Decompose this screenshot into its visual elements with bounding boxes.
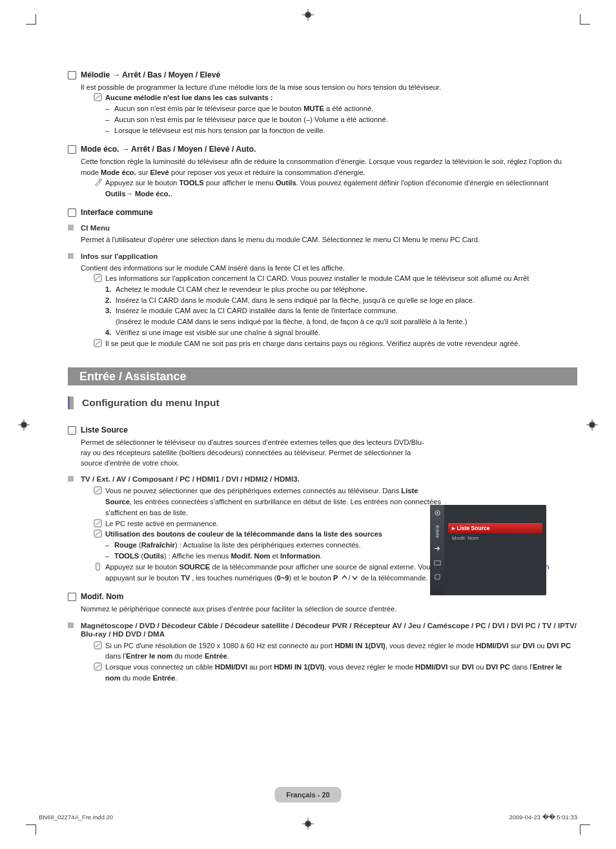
- svg-rect-11: [21, 422, 26, 427]
- subheading-ci-menu: CI Menu: [68, 223, 577, 232]
- body-text: Nommez le périphérique connecté aux pris…: [81, 604, 577, 614]
- note-row: Les informations sur l'application conce…: [94, 273, 577, 284]
- body-text: Permet à l'utilisateur d'opérer une séle…: [81, 234, 577, 245]
- page-number: Français - 20: [274, 787, 341, 803]
- body-text: Il est possible de programmer la lecture…: [81, 82, 577, 92]
- input-icon: [433, 544, 441, 552]
- registration-mark-icon: [18, 419, 30, 431]
- note-row: Vous ne pouvez sélectionner que des péri…: [94, 486, 446, 518]
- heading-interface-commune: Interface commune: [68, 208, 577, 217]
- body-text: Contient des informations sur le module …: [81, 263, 577, 273]
- support-icon: [433, 573, 441, 580]
- note-icon: [94, 338, 103, 347]
- osd-preview: Entrée ▸ Liste Source Modif. Nom: [430, 505, 546, 595]
- svg-point-24: [98, 564, 98, 565]
- subheading-source-list: TV / Ext. / AV / Composant / PC / HDMI1 …: [68, 475, 577, 483]
- note-row: Si un PC d'une résolution de 1920 x 1080…: [94, 640, 577, 662]
- list-item: Lorsque le téléviseur est mis hors tensi…: [105, 125, 577, 136]
- osd-item: Modif. Nom: [448, 533, 542, 543]
- crop-mark: [26, 14, 36, 25]
- subheading-modif-list: Magnétoscope / DVD / Décodeur Câble / Dé…: [68, 621, 577, 638]
- list-item: 3.Insérez le module CAM avec la CI CARD …: [105, 305, 577, 316]
- crop-mark: [26, 824, 36, 835]
- note-title: Aucune mélodie n'est lue dans les cas su…: [105, 94, 272, 101]
- section-band-entree-assistance: Entrée / Assistance: [68, 367, 577, 385]
- crop-mark: [580, 824, 590, 835]
- heading-liste-source: Liste Source: [68, 425, 577, 435]
- osd-side-label: Entrée: [435, 526, 440, 538]
- heading-melody: Mélodie → Arrêt / Bas / Moyen / Elevé: [68, 70, 577, 79]
- body-text: Cette fonction règle la luminosité du té…: [81, 156, 577, 177]
- note-icon: [94, 662, 103, 671]
- heading-eco: Mode éco. → Arrêt / Bas / Moyen / Elevé …: [68, 145, 577, 154]
- note-row: Utilisation des boutons de couleur de la…: [94, 529, 446, 540]
- folder-icon: [433, 558, 441, 566]
- svg-rect-29: [434, 560, 440, 564]
- note-icon: [94, 640, 103, 650]
- body-text: Permet de sélectionner le téléviseur ou …: [81, 437, 433, 469]
- remote-icon: [94, 562, 103, 571]
- svg-rect-15: [590, 422, 594, 427]
- indd-timestamp: 2009-04-23 �� 5:01:33: [509, 813, 577, 821]
- list-item: 4.Vérifiez si une image est visible sur …: [105, 327, 577, 338]
- svg-point-17: [99, 179, 101, 181]
- indd-filename: BN68_02274A_Fre.indd 20: [39, 813, 113, 821]
- note-icon: [94, 486, 103, 495]
- gear-icon: [433, 509, 441, 517]
- note-row: Le PC reste activé en permanence.: [94, 518, 446, 529]
- list-item: Aucun son n'est émis par le téléviseur p…: [105, 114, 577, 125]
- svg-rect-23: [96, 563, 100, 570]
- registration-mark-icon: [302, 9, 314, 21]
- list-item: 1.Achetez le module CI CAM chez le reven…: [105, 284, 577, 295]
- note-row: Appuyez sur le bouton TOOLS pour affiche…: [94, 178, 577, 199]
- svg-point-28: [436, 512, 438, 513]
- svg-rect-7: [305, 821, 310, 826]
- svg-rect-30: [435, 574, 439, 578]
- down-icon: [351, 574, 359, 582]
- note-icon: [94, 529, 103, 538]
- note-icon: [94, 92, 103, 101]
- crop-mark: [580, 14, 590, 25]
- heading-configuration-input: Configuration du menu Input: [68, 397, 577, 409]
- osd-item-selected: ▸ Liste Source: [448, 523, 542, 533]
- note-row: Il se peut que le module CAM ne soit pas…: [94, 338, 577, 349]
- note-icon: [94, 518, 103, 527]
- subheading-app-info: Infos sur l'application: [68, 252, 577, 260]
- list-item: Aucun son n'est émis par le téléviseur p…: [105, 103, 577, 114]
- note-icon: [94, 273, 103, 282]
- list-item: 2.Insérez la CI CARD dans le module CAM,…: [105, 295, 577, 306]
- up-icon: [340, 574, 349, 582]
- registration-mark-icon: [586, 419, 598, 431]
- list-item: (Insérez le module CAM dans le sens indi…: [105, 316, 577, 327]
- note-row: Lorsque vous connectez un câble HDMI/DVI…: [94, 662, 577, 684]
- tools-icon: [94, 178, 103, 187]
- svg-rect-3: [305, 12, 310, 17]
- note-row: Aucune mélodie n'est lue dans les cas su…: [94, 92, 577, 103]
